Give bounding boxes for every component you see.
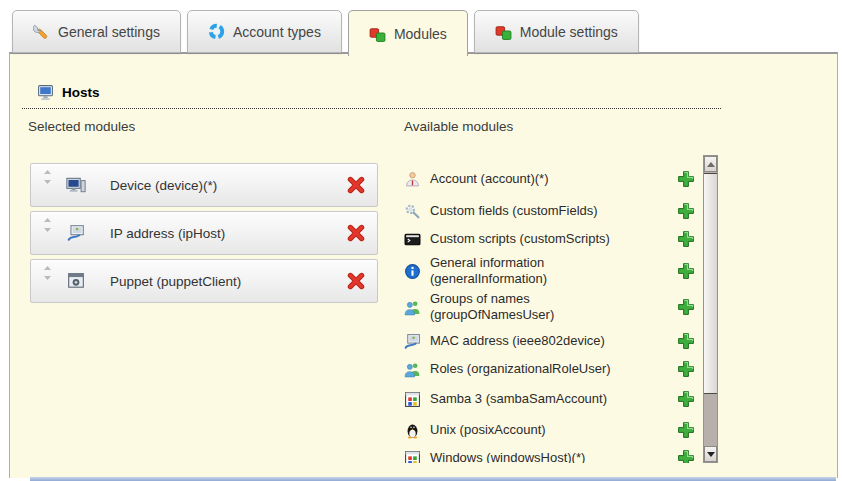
custom-fields-icon [404, 203, 422, 220]
custom-scripts-icon [404, 231, 422, 248]
triangle-down-icon [707, 452, 715, 457]
module-label: Unix (posixAccount) [430, 422, 655, 438]
add-module-button[interactable] [677, 332, 695, 350]
tab-account-types[interactable]: Account types [187, 10, 342, 53]
unix-icon [404, 422, 422, 439]
bottom-bar-edge [30, 477, 836, 481]
module-label: Groups of names (groupOfNamesUser) [430, 291, 655, 322]
windows-icon [404, 450, 422, 464]
add-module-button[interactable] [677, 390, 695, 408]
available-modules-label: Available modules [404, 119, 513, 134]
modules-icon [369, 25, 386, 42]
group-icon [404, 299, 422, 316]
tab-general-settings[interactable]: General settings [12, 10, 181, 53]
tab-label: Module settings [520, 24, 618, 40]
add-module-button[interactable] [677, 230, 695, 248]
available-modules-list: Account (account)(*) Custom fields (cust… [400, 155, 700, 463]
ip-address-icon [66, 224, 86, 242]
module-label: Samba 3 (sambaSamAccount) [430, 391, 655, 407]
remove-module-button[interactable] [347, 272, 365, 290]
selected-modules-label: Selected modules [28, 119, 135, 134]
section-header: Hosts [22, 84, 721, 109]
list-item: Custom scripts (customScripts) [400, 225, 700, 253]
info-icon [404, 263, 422, 280]
add-module-button[interactable] [677, 360, 695, 378]
list-item: Unix (posixAccount) [400, 416, 700, 444]
module-label: Puppet (puppetClient) [110, 274, 241, 289]
list-item: Custom fields (customFields) [400, 197, 700, 225]
drag-handle-icon[interactable] [43, 266, 52, 280]
drag-handle-icon[interactable] [43, 170, 52, 184]
tab-label: Account types [233, 24, 321, 40]
tab-bar: General settings Account types Modules [12, 10, 645, 56]
section-title: Hosts [62, 85, 100, 100]
scroll-down-button[interactable] [704, 446, 717, 462]
selected-module-row[interactable]: Puppet (puppetClient) [30, 259, 378, 303]
list-item: General information (generalInformation) [400, 252, 700, 290]
scrollbar-thumb[interactable] [704, 173, 717, 394]
list-item: Roles (organizationalRoleUser) [400, 355, 700, 383]
tab-label: General settings [58, 24, 160, 40]
selected-module-row[interactable]: IP address (ipHost) [30, 211, 378, 255]
tab-label: Modules [394, 26, 447, 42]
account-types-icon [208, 23, 225, 40]
list-item: Groups of names (groupOfNamesUser) [400, 288, 700, 326]
list-item: MAC address (ieee802device) [400, 327, 700, 355]
drag-handle-icon[interactable] [43, 218, 52, 232]
add-module-button[interactable] [677, 449, 695, 463]
scroll-up-button[interactable] [704, 156, 717, 172]
list-item: Samba 3 (sambaSamAccount) [400, 385, 700, 413]
module-label: Custom scripts (customScripts) [430, 231, 655, 247]
monitor-icon [37, 84, 54, 101]
list-item: Windows (windowsHost)(*) [400, 444, 700, 463]
add-module-button[interactable] [677, 202, 695, 220]
triangle-up-icon [707, 162, 715, 167]
module-label: General information (generalInformation) [430, 255, 655, 286]
roles-icon [404, 361, 422, 378]
tab-module-settings[interactable]: Module settings [474, 10, 639, 53]
samba-icon [404, 391, 422, 408]
remove-module-button[interactable] [347, 176, 365, 194]
module-label: Roles (organizationalRoleUser) [430, 361, 655, 377]
puppet-icon [66, 272, 86, 290]
remove-module-button[interactable] [347, 224, 365, 242]
module-label: Account (account)(*) [430, 171, 655, 187]
wrench-icon [33, 23, 50, 40]
add-module-button[interactable] [677, 262, 695, 280]
module-label: IP address (ipHost) [110, 226, 225, 241]
module-label: Windows (windowsHost)(*) [430, 450, 655, 463]
list-item: Account (account)(*) [400, 165, 700, 193]
add-module-button[interactable] [677, 298, 695, 316]
module-label: Custom fields (customFields) [430, 203, 655, 219]
scrollbar[interactable] [703, 155, 718, 463]
selected-module-row[interactable]: Device (device)(*) [30, 163, 378, 207]
tab-modules[interactable]: Modules [348, 10, 468, 56]
device-icon [66, 176, 86, 194]
add-module-button[interactable] [677, 421, 695, 439]
module-label: MAC address (ieee802device) [430, 333, 655, 349]
add-module-button[interactable] [677, 170, 695, 188]
mac-address-icon [404, 333, 422, 350]
module-label: Device (device)(*) [110, 178, 217, 193]
account-icon [404, 171, 422, 188]
module-settings-icon [495, 23, 512, 40]
config-window: General settings Account types Modules [0, 0, 842, 481]
